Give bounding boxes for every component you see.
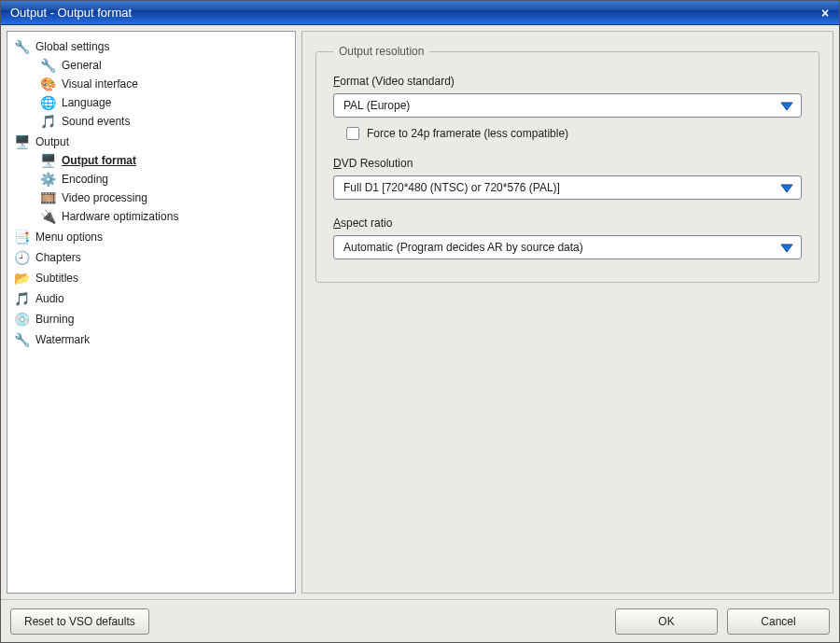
aspect-ratio-label: Aspect ratio	[333, 217, 802, 230]
force-24p-label: Force to 24p framerate (less compatible)	[367, 127, 568, 140]
tree-item[interactable]: 🖥️Output	[11, 133, 291, 151]
tree-item-label: Burning	[35, 310, 74, 328]
clock-icon: 🕘	[13, 250, 30, 265]
tree-item[interactable]: 🎨Visual interface	[37, 75, 291, 93]
tree-item-label: Video processing	[62, 189, 147, 207]
svg-marker-0	[781, 103, 792, 110]
dvd-resolution-label: DVD Resolution	[333, 157, 802, 170]
tree-item[interactable]: 🎞️Video processing	[37, 189, 291, 207]
tree-item-label: General	[62, 56, 102, 75]
tree-item-label: Chapters	[35, 248, 81, 267]
format-combo-value: PAL (Europe)	[343, 99, 778, 112]
reset-defaults-button[interactable]: Reset to VSO defaults	[10, 608, 149, 635]
dropdown-arrow-icon	[778, 181, 795, 194]
tree-item-label: Menu options	[35, 228, 103, 246]
tree-item[interactable]: 🔌Hardware optimizations	[37, 207, 291, 226]
dropdown-arrow-icon	[778, 99, 795, 112]
tree-item[interactable]: 💿Burning	[11, 310, 291, 328]
svg-marker-2	[781, 245, 792, 252]
content-area: 🔧Global settings🔧General🎨Visual interfac…	[1, 25, 839, 599]
tree-item[interactable]: 🔧Watermark	[11, 330, 291, 349]
tree-item[interactable]: 🌐Language	[37, 93, 291, 112]
tree-item[interactable]: 🎵Sound events	[37, 112, 291, 131]
tree-item-label: Output	[35, 133, 69, 151]
cancel-button[interactable]: Cancel	[727, 608, 830, 635]
tree-item[interactable]: 🔧Global settings	[11, 37, 291, 56]
settings-tree: 🔧Global settings🔧General🎨Visual interfac…	[11, 37, 291, 349]
tree-item-label: Subtitles	[35, 269, 78, 287]
tree-item-label: Visual interface	[62, 75, 138, 93]
format-combo[interactable]: PAL (Europe)	[333, 93, 802, 118]
aspect-ratio-combo-value: Automatic (Program decides AR by source …	[343, 241, 778, 254]
ok-button[interactable]: OK	[615, 608, 718, 635]
force-24p-checkbox[interactable]	[346, 127, 359, 140]
titlebar: Output - Output format ×	[1, 1, 839, 25]
wrench-icon: 🔧	[39, 58, 56, 73]
monitor-icon: 🖥️	[39, 153, 56, 168]
palette-icon: 🎨	[39, 77, 56, 91]
settings-tree-panel: 🔧Global settings🔧General🎨Visual interfac…	[7, 31, 296, 594]
format-label: Format (Video standard)	[333, 75, 802, 88]
gear-icon: ⚙️	[39, 172, 56, 187]
wrench-icon: 🔧	[13, 332, 30, 347]
group-title: Output resolution	[333, 45, 429, 58]
window-title: Output - Output format	[7, 6, 817, 20]
tree-item[interactable]: 🖥️Output format	[37, 151, 291, 170]
tree-item[interactable]: 🔧General	[37, 56, 291, 75]
dvd-resolution-combo[interactable]: Full D1 [720*480 (NTSC) or 720*576 (PAL)…	[333, 175, 802, 200]
tree-item-label: Global settings	[35, 37, 109, 56]
force-24p-row: Force to 24p framerate (less compatible)	[346, 127, 802, 140]
disc-icon: 💿	[13, 312, 30, 327]
tree-item-label: Watermark	[35, 330, 90, 349]
dvd-resolution-block: DVD Resolution Full D1 [720*480 (NTSC) o…	[333, 157, 802, 200]
aspect-ratio-block: Aspect ratio Automatic (Program decides …	[333, 217, 802, 259]
note-icon: 🎵	[13, 291, 30, 306]
format-block: Format (Video standard) PAL (Europe) For…	[333, 75, 802, 140]
tree-item[interactable]: 📑Menu options	[11, 228, 291, 246]
tree-item[interactable]: 🕘Chapters	[11, 248, 291, 267]
monitor-icon: 🖥️	[13, 134, 30, 149]
tree-item[interactable]: ⚙️Encoding	[37, 170, 291, 189]
globe-icon: 🌐	[39, 95, 56, 110]
output-resolution-group: Output resolution Format (Video standard…	[315, 45, 819, 283]
svg-marker-1	[781, 185, 792, 192]
tree-item-label: Hardware optimizations	[62, 207, 178, 226]
aspect-ratio-combo[interactable]: Automatic (Program decides AR by source …	[333, 235, 802, 259]
button-bar: Reset to VSO defaults OK Cancel	[1, 599, 839, 642]
tree-item[interactable]: 📂Subtitles	[11, 269, 291, 287]
film-icon: 🎞️	[39, 190, 56, 205]
tree-item-label: Language	[62, 93, 111, 112]
close-button[interactable]: ×	[817, 5, 833, 21]
chip-icon: 🔌	[39, 209, 56, 224]
tree-item-label: Sound events	[62, 112, 130, 131]
form-panel: Output resolution Format (Video standard…	[301, 31, 833, 594]
tree-item-label: Audio	[35, 289, 64, 308]
menu-icon: 📑	[13, 230, 30, 245]
tree-item[interactable]: 🎵Audio	[11, 289, 291, 308]
sound-icon: 🎵	[39, 114, 56, 129]
close-icon: ×	[821, 6, 829, 21]
wrench-icon: 🔧	[13, 39, 30, 54]
dvd-resolution-combo-value: Full D1 [720*480 (NTSC) or 720*576 (PAL)…	[343, 181, 778, 194]
tree-item-label: Output format	[62, 151, 136, 170]
tree-item-label: Encoding	[62, 170, 108, 189]
folder-icon: 📂	[13, 271, 30, 286]
dropdown-arrow-icon	[778, 241, 795, 254]
